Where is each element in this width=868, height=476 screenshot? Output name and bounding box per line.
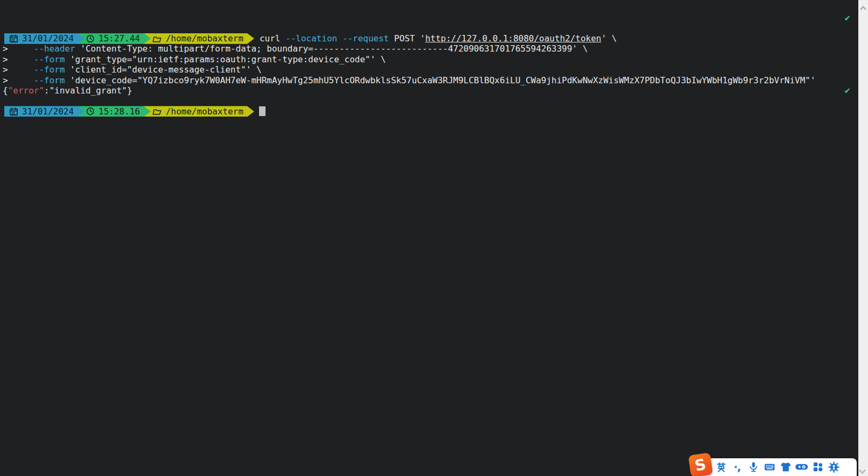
terminal-text-segment: --form xyxy=(34,54,65,64)
virtual-keyboard-icon[interactable] xyxy=(763,461,776,473)
toolbox-grid-icon[interactable] xyxy=(812,461,824,473)
shell-prompt: 31/01/2024 15:27.44 xyxy=(4,33,254,44)
terminal-text-segment: > xyxy=(3,44,34,54)
prompt-path: /home/mobaxterm xyxy=(166,33,243,44)
terminal-text-segment xyxy=(337,33,342,44)
punctuation-label: ·, xyxy=(734,462,740,472)
command-text: curl --location --request POST 'http://1… xyxy=(260,33,617,44)
assistant-robot-icon[interactable] xyxy=(795,461,808,473)
command-row: 31/01/2024 15:27.44 xyxy=(3,33,815,44)
status-check-icon: ✔ xyxy=(844,13,851,23)
prompt-date: 31/01/2024 xyxy=(22,106,74,117)
terminal-line: > --header 'Content-Type: multipart/form… xyxy=(3,44,815,54)
terminal-text-segment: > xyxy=(3,54,34,64)
blank-line xyxy=(3,96,815,106)
prompt-path-segment: /home/mobaxterm xyxy=(144,33,254,44)
settings-gear-icon[interactable] xyxy=(828,461,840,473)
terminal-screen[interactable]: ✔ ✔ 3 xyxy=(0,0,868,476)
clock-icon xyxy=(86,34,95,43)
prompt-date-segment: 31/01/2024 xyxy=(4,33,84,44)
prompt-time: 15:27.44 xyxy=(98,33,140,44)
terminal-text-segment: > xyxy=(3,64,34,75)
clock-icon xyxy=(86,107,95,116)
scrollbar[interactable] xyxy=(858,0,868,476)
prompt-path-segment: /home/mobaxterm xyxy=(144,106,254,117)
terminal-text-segment: 'grant_type="urn:ietf:params:oauth:grant… xyxy=(65,54,386,64)
prompt-date: 31/01/2024 xyxy=(22,33,74,44)
prompt-time-segment: 15:28.16 xyxy=(77,106,150,117)
terminal-text-segment: --location xyxy=(285,33,337,44)
english-mode-indicator[interactable] xyxy=(715,461,727,473)
terminal-line: > --form 'grant_type="urn:ietf:params:oa… xyxy=(3,54,815,64)
terminal-line: > --form 'client_id="device-message-clie… xyxy=(3,64,815,75)
prompt-time-segment: 15:27.44 xyxy=(77,33,150,44)
punctuation-icon[interactable]: ·, xyxy=(731,461,743,473)
link-url[interactable]: http://127.0.0.1:8080/oauth2/token xyxy=(425,33,601,44)
terminal-text-segment: :"invalid_grant"} xyxy=(44,85,132,96)
shell-prompt: 31/01/2024 15:28.16 xyxy=(4,106,254,117)
terminal-text-segment: "error" xyxy=(8,85,44,96)
sogou-logo[interactable]: S xyxy=(688,452,713,476)
terminal-text-segment: --request xyxy=(342,33,389,44)
terminal-text-segment: --header xyxy=(34,44,75,54)
input-row[interactable]: 31/01/2024 15:28.16 xyxy=(3,106,815,117)
terminal-text-segment: --form xyxy=(34,75,65,85)
folder-icon xyxy=(152,34,162,43)
scroll-up-icon[interactable] xyxy=(859,3,867,13)
collapse-toolbar-chevron-down-icon[interactable] xyxy=(858,466,866,476)
prompt-path: /home/mobaxterm xyxy=(166,106,243,117)
ime-icon-row: ·, xyxy=(715,460,840,473)
terminal-text-segment: ' \ xyxy=(601,33,617,44)
terminal-text-segment: curl xyxy=(260,33,285,44)
terminal-text-segment: 'device_code="YQ7izbco9ryk7W0AH7eW-mHRmA… xyxy=(65,75,816,85)
microphone-icon[interactable] xyxy=(747,461,759,473)
sogou-logo-letter: S xyxy=(694,457,708,474)
terminal-text-segment: 'client_id="device-message-client"' \ xyxy=(65,64,262,75)
tshirt-skin-icon[interactable] xyxy=(779,461,792,473)
terminal-text-segment: POST ' xyxy=(389,33,425,44)
prompt-date-segment: 31/01/2024 xyxy=(4,106,84,117)
status-check-icon: ✔ xyxy=(844,86,851,96)
output-lines: > --header 'Content-Type: multipart/form… xyxy=(3,44,815,96)
calendar-icon xyxy=(9,34,18,43)
terminal-text-segment: --form xyxy=(34,64,65,75)
terminal-cursor xyxy=(259,106,266,116)
terminal-text-segment: > xyxy=(3,75,34,85)
terminal-output: 31/01/2024 15:27.44 xyxy=(3,33,815,117)
prompt-time: 15:28.16 xyxy=(98,106,140,117)
calendar-icon xyxy=(9,107,18,116)
terminal-text-segment: { xyxy=(3,85,8,96)
terminal-text-segment: 'Content-Type: multipart/form-data; boun… xyxy=(75,44,588,54)
terminal-line: {"error":"invalid_grant"} xyxy=(3,85,815,96)
folder-icon xyxy=(152,107,162,116)
terminal-line: > --form 'device_code="YQ7izbco9ryk7W0AH… xyxy=(3,75,815,85)
